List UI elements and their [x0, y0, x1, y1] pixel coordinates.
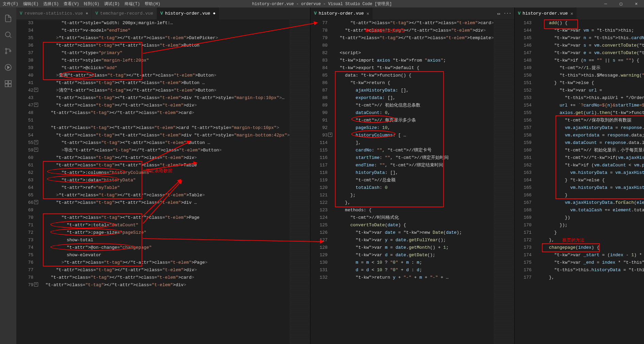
vue-icon: V: [518, 11, 521, 16]
svg-rect-8: [9, 84, 11, 87]
editor-group-1: Vrevenue-statistics.vue● Vtemcharge-reco…: [16, 7, 310, 344]
tabs-group-3: Vhistory-order.vue✕ ▭ ···: [515, 7, 644, 19]
search-icon[interactable]: [0, 27, 16, 43]
editor-group-3: Vhistory-order.vue✕ ▭ ··· 14314414514614…: [515, 7, 644, 344]
tab-history-order-3[interactable]: Vhistory-order.vue✕: [515, 7, 577, 19]
svg-rect-6: [9, 81, 11, 83]
fold-icon[interactable]: +: [34, 140, 38, 144]
files-icon[interactable]: [0, 10, 16, 27]
menu-debug[interactable]: 调试(D): [104, 1, 120, 7]
tab-label: revenue-statistics.vue: [25, 11, 83, 16]
extensions-icon[interactable]: [0, 76, 16, 92]
fold-icon[interactable]: +: [34, 148, 38, 152]
minimap-1[interactable]: [290, 19, 310, 344]
fold-icon[interactable]: +: [34, 200, 38, 204]
menu-help[interactable]: 帮助(H): [145, 1, 160, 7]
svg-point-0: [5, 32, 10, 37]
vue-icon: V: [160, 11, 163, 16]
tab-label: temcharge-record.vue: [100, 11, 153, 16]
more-actions-icon[interactable]: ···: [503, 11, 511, 16]
tab-history-order[interactable]: Vhistory-order.vue●: [157, 7, 219, 19]
vue-icon: V: [95, 11, 98, 16]
editor-group-2: Vhistory-order.vue✕ ▭ ··· 77787980828384…: [310, 7, 514, 344]
svg-rect-5: [5, 81, 8, 83]
editor-body-2[interactable]: 77787980828384858687888990919293+1141151…: [310, 19, 514, 344]
source-control-icon[interactable]: [0, 43, 16, 59]
gutter-1: 33343536373839404142+4347+4851535455+59+…: [16, 19, 40, 344]
menu-file[interactable]: 文件(F): [3, 1, 18, 7]
gutter-2: 77787980828384858687888990919293+1141151…: [310, 19, 334, 344]
maximize-button[interactable]: ▢: [613, 0, 629, 7]
code-1[interactable]: "t-attr">style="width: 200px;margin-left…: [40, 19, 290, 344]
editor-area: Vrevenue-statistics.vue● Vtemcharge-reco…: [16, 7, 644, 344]
svg-point-3: [10, 50, 11, 52]
fold-icon[interactable]: +: [34, 282, 38, 286]
menu-edit[interactable]: 编辑(E): [23, 1, 39, 7]
svg-point-2: [5, 52, 7, 54]
code-2[interactable]: "t-attr">class="t-tag"></"t-attr">class=…: [334, 19, 494, 344]
menu-view[interactable]: 查看(V): [64, 1, 79, 7]
menu-select[interactable]: 选择(S): [43, 1, 59, 7]
fold-icon[interactable]: +: [328, 133, 332, 137]
close-icon[interactable]: ✕: [367, 11, 369, 16]
split-editor-icon[interactable]: ▭: [497, 11, 500, 16]
menu-terminal[interactable]: 终端(T): [125, 1, 140, 7]
svg-rect-7: [5, 84, 8, 87]
fold-icon[interactable]: +: [34, 88, 38, 92]
editor-body-3[interactable]: 1431441451461471481491501511521531541551…: [515, 19, 644, 344]
editor-body-1[interactable]: 33343536373839404142+4347+4851535455+59+…: [16, 19, 310, 344]
minimap-2[interactable]: [494, 19, 514, 344]
window-controls: — ▢ ✕: [598, 0, 644, 7]
activity-bar: [0, 7, 16, 344]
tabs-group-1: Vrevenue-statistics.vue● Vtemcharge-reco…: [16, 7, 310, 19]
fold-icon[interactable]: +: [34, 103, 38, 107]
tab-label: history-order.vue: [165, 11, 210, 16]
tab-actions-2: ▭ ···: [491, 7, 514, 19]
dirty-icon: ●: [213, 11, 216, 16]
tab-label: history-order.vue: [319, 11, 364, 16]
close-window-button[interactable]: ✕: [629, 0, 644, 7]
tab-label: history-order.vue: [522, 11, 568, 16]
debug-icon[interactable]: [0, 59, 16, 76]
dirty-icon: ●: [85, 11, 88, 16]
tabs-group-2: Vhistory-order.vue✕ ▭ ···: [310, 7, 514, 19]
vue-icon: V: [20, 11, 22, 16]
svg-point-1: [5, 48, 7, 50]
code-3[interactable]: add() { "t-kw">var vm = "t-this">this; "…: [538, 19, 644, 344]
title-bar: history-order.vue - ordervue - Visual St…: [252, 0, 392, 7]
tab-history-order-2[interactable]: Vhistory-order.vue✕: [310, 7, 373, 19]
menu-goto[interactable]: 转到(G): [84, 1, 99, 7]
tab-temcharge-record[interactable]: Vtemcharge-record.vue: [92, 7, 157, 19]
gutter-3: 1431441451461471481491501511521531541551…: [515, 19, 538, 344]
tab-revenue-statistics[interactable]: Vrevenue-statistics.vue●: [16, 7, 92, 19]
close-icon[interactable]: ✕: [570, 11, 573, 16]
minimize-button[interactable]: —: [598, 0, 613, 7]
vue-icon: V: [314, 11, 317, 16]
